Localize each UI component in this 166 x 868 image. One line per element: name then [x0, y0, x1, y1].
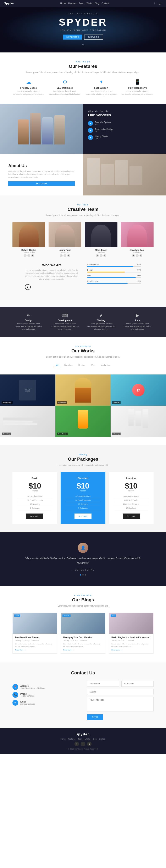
- nav-home[interactable]: Home: [60, 2, 66, 5]
- footer-facebook-icon[interactable]: f: [75, 742, 79, 746]
- work-label-1: App Design: [2, 401, 13, 404]
- contact-send-button[interactable]: SEND: [87, 714, 103, 720]
- stat-title-testing: Testing: [85, 319, 117, 321]
- stats-section: ✏ Design Lorem ipsum dolor sit amet cons…: [0, 307, 166, 337]
- package-premium: Premium $10 /month 50 GB Disk Space Unli…: [109, 472, 154, 524]
- filter-marketing[interactable]: Marketing: [99, 364, 112, 367]
- blogs-desc: Lorem ipsum dolor sit amet, consectetur …: [12, 604, 154, 608]
- features-label: What We Do: [12, 61, 154, 63]
- contact-address: 📍 Address 1234 Street Name, City Name: [12, 684, 79, 690]
- contact-name-input[interactable]: [87, 681, 119, 687]
- mike-person: [85, 222, 118, 247]
- work-item-4[interactable]: Branding: [0, 406, 55, 437]
- feature-item-3: ✦ Fast Support Lorem ipsum dolor sit ame…: [85, 79, 117, 96]
- footer-twitter-icon[interactable]: t: [81, 742, 85, 746]
- address-icon: 📍: [12, 684, 18, 690]
- skill-label-design: Design: [87, 269, 93, 271]
- work-item-2[interactable]: Illustration: [55, 374, 111, 406]
- buy-basic-button[interactable]: BUY NOW: [26, 514, 44, 519]
- blog-card-2: DESIGN Managing Your Own Website January…: [60, 613, 106, 654]
- play-button[interactable]: ▶: [25, 284, 31, 290]
- responsive-icon: 📱: [121, 79, 154, 85]
- team-name-2: Laura Price: [48, 249, 81, 251]
- work-item-6[interactable]: Mockup: [111, 406, 166, 437]
- team-photo-heather: [121, 222, 154, 247]
- filter-all[interactable]: All: [54, 364, 60, 367]
- hero-learn-more-button[interactable]: LEARN MORE: [63, 35, 82, 39]
- nav-works[interactable]: Works: [86, 2, 92, 5]
- work-item-1[interactable]: YOUR APPHERE App Design: [0, 374, 55, 406]
- testimonial-dot-1[interactable]: [80, 574, 81, 576]
- heather-twitter-icon[interactable]: t: [136, 254, 138, 257]
- feature-basic-1: 10 GB Disk Space: [17, 494, 52, 498]
- contact-email-input[interactable]: [121, 681, 154, 687]
- bobby-linkedin-icon[interactable]: in: [31, 254, 34, 257]
- feature-basic-3: 10 Domains: [17, 502, 52, 506]
- footer-link-home[interactable]: Home: [60, 738, 66, 740]
- testimonial-dot-2[interactable]: [82, 574, 84, 576]
- footer-link-blog[interactable]: Blog: [93, 738, 96, 740]
- bobby-twitter-icon[interactable]: t: [28, 254, 30, 257]
- blog-meta-1: January 12, 2019 | 2 Comments: [15, 640, 54, 642]
- buy-standard-button[interactable]: BUY NOW: [75, 514, 92, 519]
- hero-section: ONE PAGE PARALLAX SPYDER NEW HTML TEMPLA…: [0, 7, 166, 53]
- blogs-title: Our Blogs: [12, 597, 154, 602]
- heather-linkedin-icon[interactable]: in: [139, 254, 142, 257]
- footer-google-icon[interactable]: g: [87, 742, 91, 746]
- team-social-1: f t in: [12, 254, 45, 257]
- blog-badge-3: SEO: [111, 615, 116, 617]
- filter-design[interactable]: Design: [77, 364, 86, 367]
- bobby-facebook-icon[interactable]: f: [24, 254, 27, 257]
- feature-text-2: Lorem ipsum dolor sit amet, consectetur …: [49, 90, 81, 96]
- laura-linkedin-icon[interactable]: in: [67, 254, 70, 257]
- bottle-2: [135, 411, 141, 426]
- mike-linkedin-icon[interactable]: in: [103, 254, 106, 257]
- filter-web[interactable]: Web: [89, 364, 96, 367]
- laura-facebook-icon[interactable]: f: [60, 254, 63, 257]
- feature-item-4: 📱 Fully Responsive Lorem ipsum dolor sit…: [121, 79, 154, 96]
- facebook-icon[interactable]: f: [154, 2, 155, 5]
- form-subject-row: [87, 689, 154, 695]
- work-label-5: Can Design: [57, 433, 68, 435]
- address-value: 1234 Street Name, City Name: [20, 687, 45, 689]
- phone-label: Phone: [20, 693, 35, 695]
- nav-blog[interactable]: Blog: [95, 2, 99, 5]
- laura-twitter-icon[interactable]: t: [64, 254, 67, 257]
- work-item-3[interactable]: ✿ Product: [111, 374, 166, 406]
- service-icon-2: ◈: [88, 128, 93, 133]
- footer-link-contact[interactable]: Contact: [99, 738, 106, 740]
- footer: Spyder. Home Features Team Works Blog Co…: [0, 728, 166, 754]
- mike-twitter-icon[interactable]: t: [99, 254, 102, 257]
- hero-our-works-button[interactable]: OUR WORKS: [84, 35, 103, 39]
- blogs-label: From The Blog: [12, 594, 154, 596]
- stat-text-testing: Lorem ipsum dolor sit amet consectetur a…: [85, 322, 117, 331]
- filter-branding[interactable]: Branding: [63, 364, 74, 367]
- nav-features[interactable]: Features: [68, 2, 76, 5]
- contact-message-input[interactable]: [87, 697, 154, 711]
- about-read-more-button[interactable]: READ MORE: [8, 181, 75, 186]
- mike-facebook-icon[interactable]: f: [96, 254, 99, 257]
- testimonial-dot-3[interactable]: [85, 574, 86, 576]
- heather-facebook-icon[interactable]: f: [132, 254, 135, 257]
- blog-readmore-2[interactable]: Read More →: [63, 649, 103, 651]
- twitter-icon[interactable]: t: [157, 2, 157, 5]
- footer-link-features[interactable]: Features: [68, 738, 76, 740]
- buy-premium-button[interactable]: BUY NOW: [123, 514, 140, 519]
- team-photo-bobby: [12, 222, 45, 247]
- package-price-standard: $10: [66, 482, 100, 490]
- contact-email: ✉ Email info@spyder.com: [12, 700, 79, 706]
- contact-subject-input[interactable]: [87, 689, 154, 695]
- nav-contact[interactable]: Contact: [101, 2, 109, 5]
- footer-link-works[interactable]: Works: [85, 738, 90, 740]
- office-image: [83, 154, 166, 195]
- nav-team[interactable]: Team: [79, 2, 84, 5]
- feature-title-2: SEO Optimized: [49, 87, 81, 89]
- work-item-5[interactable]: Can Design: [55, 406, 111, 437]
- hero-scroll-icon: ○: [82, 43, 84, 46]
- blog-readmore-1[interactable]: Read More →: [15, 649, 54, 651]
- google-icon[interactable]: g+: [159, 2, 162, 5]
- contact-address-detail: Address 1234 Street Name, City Name: [20, 685, 45, 689]
- footer-link-team[interactable]: Team: [78, 738, 83, 740]
- hero-tagline: NEW HTML TEMPLATES GENERATION: [60, 29, 106, 31]
- blog-readmore-3[interactable]: Read More →: [112, 649, 151, 651]
